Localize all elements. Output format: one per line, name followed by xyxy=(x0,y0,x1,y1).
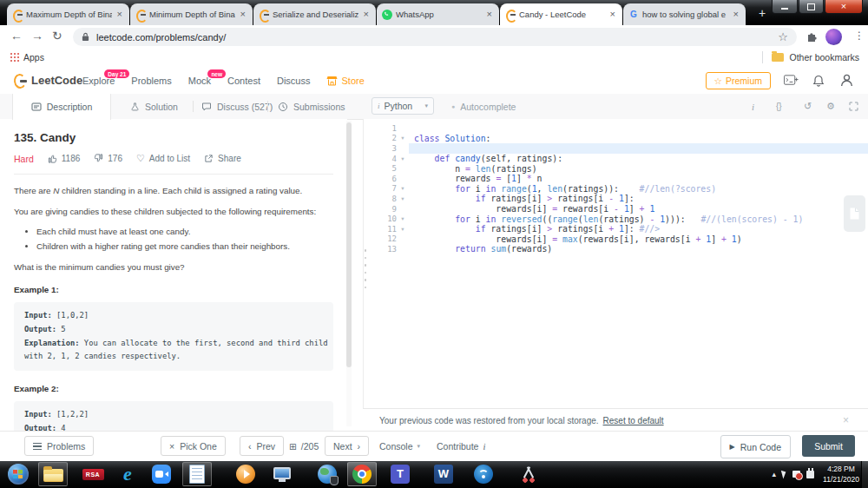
code-line-2[interactable]: 2▾class Solution: xyxy=(364,134,868,144)
reset-to-default-link[interactable]: Reset to default xyxy=(603,416,664,425)
maximize-button[interactable] xyxy=(799,0,824,14)
like-button[interactable]: 1186 xyxy=(48,154,81,163)
taskbar-secure-globe-browser[interactable] xyxy=(312,462,342,486)
nav-item-store[interactable]: Store xyxy=(326,76,364,86)
taskbar-remote-desktop[interactable] xyxy=(267,462,297,486)
tab-close-icon[interactable]: × xyxy=(732,10,740,19)
fold-arrow-icon[interactable]: ▾ xyxy=(397,226,409,233)
user-avatar-icon[interactable] xyxy=(839,73,854,88)
code-text[interactable] xyxy=(409,143,868,154)
taskbar-file-explorer[interactable] xyxy=(38,462,68,486)
browser-tab-3[interactable]: Serialize and Deserialize× xyxy=(253,3,376,25)
taskbar-cisco-anyconnect[interactable] xyxy=(469,462,498,486)
new-tab-button[interactable]: + xyxy=(753,4,771,22)
code-line-12[interactable]: 12 rewards[i] = max(rewards[i], rewards[… xyxy=(364,234,868,245)
code-line-5[interactable]: 5 n = len(ratings) xyxy=(364,163,868,174)
extensions-icon[interactable] xyxy=(806,30,819,43)
code-text[interactable]: for i in reversed((range(len(ratings) - … xyxy=(409,214,868,224)
code-editor[interactable]: 12▾class Solution:34▾ def candy(self, ra… xyxy=(363,119,868,408)
taskbar-rsa-securid[interactable]: RSA xyxy=(78,462,108,486)
browser-menu-icon[interactable]: ⋮ xyxy=(854,30,865,42)
browser-tab-1[interactable]: Maximum Depth of Bina× xyxy=(7,3,129,25)
language-select[interactable]: i Python ▾ xyxy=(372,97,434,115)
panel-resize-handle[interactable] xyxy=(363,249,368,288)
other-bookmarks[interactable]: Other bookmarks xyxy=(762,51,859,63)
action-center-flag-icon[interactable] xyxy=(792,471,800,478)
reload-button[interactable]: ↻ xyxy=(52,29,62,43)
minimize-button[interactable] xyxy=(772,0,798,14)
taskbar-google-chrome[interactable] xyxy=(347,462,377,486)
tab-close-icon[interactable]: × xyxy=(608,10,617,19)
scrollbar-thumb[interactable] xyxy=(346,122,352,367)
editor-fullscreen-icon[interactable] xyxy=(849,94,858,119)
bookmark-star-icon[interactable]: ☆ xyxy=(778,30,788,43)
tab-close-icon[interactable]: × xyxy=(485,10,494,19)
browser-tab-5[interactable]: Candy - LeetCode× xyxy=(500,3,622,25)
code-text[interactable]: if ratings[i] > ratings[i + 1]: #//> xyxy=(409,224,868,234)
premium-button[interactable]: ☆ Premium xyxy=(706,72,771,89)
code-text[interactable]: for i in range(1, len(ratings)): #//len(… xyxy=(409,184,868,195)
dislike-button[interactable]: 176 xyxy=(94,154,122,163)
nav-item-explore[interactable]: ExploreDay 21 xyxy=(82,76,115,86)
console-toggle[interactable]: Console ▾ xyxy=(379,432,420,461)
fold-arrow-icon[interactable]: ▾ xyxy=(397,215,409,222)
taskbar-internet-explorer[interactable]: e xyxy=(113,462,142,486)
fold-arrow-icon[interactable]: ▾ xyxy=(397,155,409,162)
tab-solution[interactable]: Solution xyxy=(130,94,178,119)
code-line-10[interactable]: 10▾ for i in reversed((range(len(ratings… xyxy=(364,214,868,224)
interview-terminal-icon[interactable] xyxy=(784,75,799,86)
address-bar[interactable]: leetcode.com/problems/candy/ ☆ xyxy=(73,28,797,46)
code-lines[interactable]: 12▾class Solution:34▾ def candy(self, ra… xyxy=(364,119,868,254)
browser-tab-2[interactable]: Minimum Depth of Bina× xyxy=(130,3,253,25)
nav-item-contest[interactable]: Contest xyxy=(227,76,260,86)
code-line-3[interactable]: 3 xyxy=(364,143,868,154)
code-line-1[interactable]: 1 xyxy=(364,123,868,134)
browser-tab-6[interactable]: Ghow to solving global e× xyxy=(623,3,746,25)
apps-shortcut[interactable]: Apps xyxy=(10,52,44,63)
nav-item-discuss[interactable]: Discuss xyxy=(277,76,311,86)
add-to-list-button[interactable]: ♡ Add to List xyxy=(136,153,190,164)
run-code-button[interactable]: ▶ Run Code xyxy=(720,435,791,458)
code-text[interactable]: rewards[i] = rewards[i - 1] + 1 xyxy=(409,204,868,214)
problems-button[interactable]: Problems xyxy=(24,436,94,456)
tab-close-icon[interactable]: × xyxy=(239,10,247,19)
code-line-8[interactable]: 8▾ if ratings[i] > ratings[i - 1]: xyxy=(364,194,868,204)
code-line-9[interactable]: 9 rewards[i] = rewards[i - 1] + 1 xyxy=(364,204,868,214)
tab-submissions[interactable]: Submissions xyxy=(278,94,345,119)
autocomplete-toggle[interactable]: ● Autocomplete xyxy=(451,94,516,119)
taskbar-microsoft-teams[interactable]: T xyxy=(385,462,415,486)
next-button[interactable]: Next › xyxy=(325,436,369,456)
browser-tab-4[interactable]: WhatsApp× xyxy=(377,3,499,25)
contribute-link[interactable]: Contribute i xyxy=(437,432,485,461)
fold-arrow-icon[interactable]: ▾ xyxy=(397,185,409,192)
show-desktop-button[interactable] xyxy=(861,460,868,488)
taskbar-zoom-app[interactable] xyxy=(147,462,176,486)
editor-braces-icon[interactable]: {} xyxy=(776,94,782,119)
code-line-7[interactable]: 7▾ for i in range(1, len(ratings)): #//l… xyxy=(364,184,868,195)
code-line-4[interactable]: 4▾ def candy(self, ratings): xyxy=(364,154,868,164)
close-button[interactable]: × xyxy=(825,0,863,14)
code-text[interactable]: def candy(self, ratings): xyxy=(409,154,868,164)
code-text[interactable]: class Solution: xyxy=(409,134,868,144)
nav-item-mock[interactable]: Mocknew xyxy=(188,76,211,86)
submit-button[interactable]: Submit xyxy=(802,435,855,457)
leetcode-logo[interactable]: LeetCode xyxy=(14,73,82,88)
nav-item-problems[interactable]: Problems xyxy=(131,76,171,86)
code-text[interactable] xyxy=(409,123,868,134)
tab-close-icon[interactable]: × xyxy=(362,10,371,19)
tab-description[interactable]: Description xyxy=(12,94,111,120)
show-hidden-icons[interactable]: ▴ xyxy=(773,470,777,478)
fold-arrow-icon[interactable]: ▾ xyxy=(397,135,409,142)
taskbar-clock[interactable]: 4:28 PM 11/21/2020 xyxy=(823,464,859,485)
code-line-13[interactable]: 13 return sum(rewards) xyxy=(364,244,868,254)
code-text[interactable]: rewards = [1] * n xyxy=(409,174,868,184)
copy-code-button[interactable] xyxy=(844,195,865,232)
fold-arrow-icon[interactable]: ▾ xyxy=(397,195,409,202)
tab-close-icon[interactable]: × xyxy=(115,10,124,19)
back-button[interactable]: ← xyxy=(10,29,23,43)
share-button[interactable]: Share xyxy=(204,154,241,163)
editor-settings-icon[interactable]: ⚙ xyxy=(826,94,835,119)
code-text[interactable]: return sum(rewards) xyxy=(409,244,868,254)
editor-info-icon[interactable]: i xyxy=(752,94,754,119)
code-line-6[interactable]: 6 rewards = [1] * n xyxy=(364,174,868,184)
